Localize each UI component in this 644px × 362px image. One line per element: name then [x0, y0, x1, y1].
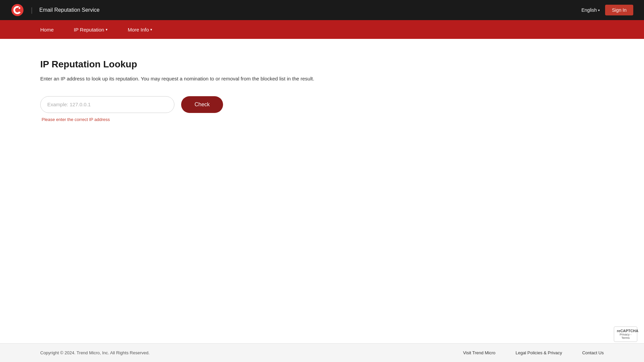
chevron-down-icon: ▾	[150, 27, 152, 32]
nav-item-more-info[interactable]: More Info ▾	[128, 27, 152, 33]
app-title: Email Reputation Service	[39, 7, 100, 13]
nav-item-home[interactable]: Home	[40, 27, 54, 33]
header: | Email Reputation Service English ▾ Sig…	[0, 0, 644, 20]
check-button[interactable]: Check	[181, 96, 223, 113]
header-left: | Email Reputation Service	[11, 3, 100, 17]
copyright-text: Copyright © 2024. Trend Micro, Inc. All …	[40, 350, 150, 355]
nav-home-label: Home	[40, 27, 54, 33]
lookup-form: Check	[40, 96, 604, 113]
nav-item-ip-reputation[interactable]: IP Reputation ▾	[74, 27, 108, 33]
footer-link-legal[interactable]: Legal Policies & Privacy	[516, 350, 562, 355]
language-selector[interactable]: English ▾	[581, 7, 600, 13]
page-description: Enter an IP address to look up its reput…	[40, 75, 604, 83]
footer-link-contact[interactable]: Contact Us	[582, 350, 604, 355]
page-title: IP Reputation Lookup	[40, 59, 604, 70]
header-right: English ▾ Sign In	[581, 5, 633, 15]
nav-more-info-label: More Info	[128, 27, 149, 33]
ip-address-input[interactable]	[40, 96, 174, 113]
sign-in-button[interactable]: Sign In	[605, 5, 633, 15]
footer-links: Visit Trend Micro Legal Policies & Priva…	[463, 350, 604, 355]
header-divider: |	[31, 6, 33, 14]
recaptcha-subtext: Privacy - Terms	[617, 333, 634, 340]
trend-micro-logo-icon	[11, 3, 24, 17]
chevron-down-icon: ▾	[598, 8, 600, 12]
error-message: Please enter the correct IP address	[42, 117, 604, 122]
footer-link-visit-trend[interactable]: Visit Trend Micro	[463, 350, 495, 355]
language-label: English	[581, 7, 597, 13]
chevron-down-icon: ▾	[106, 27, 108, 32]
svg-point-0	[11, 4, 23, 16]
footer: Copyright © 2024. Trend Micro, Inc. All …	[0, 343, 644, 362]
recaptcha-badge: reCAPTCHA Privacy - Terms	[614, 326, 637, 342]
svg-point-2	[19, 7, 20, 9]
logo	[11, 3, 24, 17]
recaptcha-logo: reCAPTCHA	[617, 329, 634, 333]
main-content: IP Reputation Lookup Enter an IP address…	[0, 39, 644, 343]
navigation: Home IP Reputation ▾ More Info ▾	[0, 20, 644, 39]
nav-ip-reputation-label: IP Reputation	[74, 27, 104, 33]
